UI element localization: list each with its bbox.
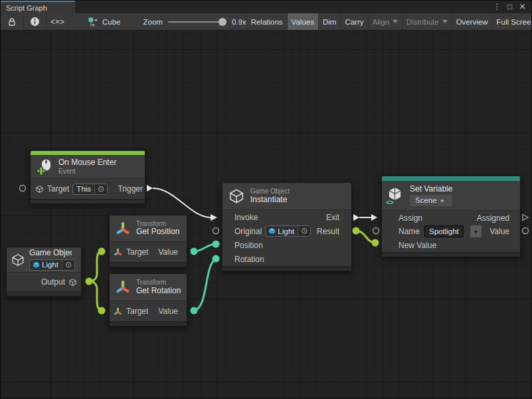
zoom-slider[interactable] (168, 21, 226, 23)
port-label-value: Value (489, 227, 509, 236)
node-get-rotation[interactable]: Transform Get Rotation Target Value (109, 273, 187, 327)
port-label-assign: Assign (399, 213, 422, 223)
chevron-down-icon (442, 20, 448, 23)
node-footer (31, 199, 145, 203)
node-title: Instantiate (250, 196, 290, 205)
object-picker-icon[interactable]: ⊙ (94, 184, 107, 194)
mouse-enter-icon (36, 158, 53, 176)
info-icon (30, 17, 40, 27)
port-label-new-value: New Value (399, 241, 436, 250)
script-graph-window: Script Graph ⋮ □ ✕ <×> Cube Zoom (0, 0, 532, 399)
variable-scope-dropdown[interactable]: Scene ▾ (410, 195, 452, 206)
inspect-button[interactable] (23, 13, 46, 30)
node-title: Game Object (29, 249, 72, 258)
node-set-variable[interactable]: <> Set Variable Scene ▾ Assign Assigned … (381, 176, 521, 257)
chevron-down-icon: ▾ (474, 228, 478, 235)
toolbar: <×> Cube Zoom 0.9x Relations Values Dim … (1, 13, 531, 31)
button-full-screen[interactable]: Full Screen (492, 13, 532, 30)
zoom-value: 0.9x (232, 18, 246, 26)
toggle-values[interactable]: Values (287, 13, 318, 30)
game-object-icon (35, 185, 44, 194)
node-footer (222, 266, 351, 271)
code-view-button[interactable]: <×> (46, 13, 68, 30)
toolbar-toggles: Relations Values Dim Carry Align Distrib… (246, 13, 532, 30)
window-menu-icon[interactable]: ⋮ (492, 1, 502, 13)
port-label-target: Target (47, 184, 69, 194)
transform-icon (115, 221, 131, 237)
game-object-blue-icon (268, 227, 276, 235)
chevron-down-icon (393, 20, 398, 23)
transform-icon (114, 248, 122, 257)
port-label-value: Value (158, 307, 178, 316)
node-instantiate[interactable]: Game Object Instantiate Invoke Exit Orig… (222, 182, 352, 271)
port-label-assigned: Assigned (477, 213, 509, 223)
window-maximize-icon[interactable]: □ (505, 1, 515, 13)
node-category: Transform (136, 279, 181, 287)
titlebar: Script Graph ⋮ □ ✕ (1, 1, 531, 13)
transform-icon (114, 307, 122, 316)
node-get-position[interactable]: Transform Get Position Target Value (109, 215, 187, 267)
tab-title: Script Graph (6, 4, 47, 12)
port-label-exit: Exit (326, 213, 339, 222)
zoom-control: Zoom 0.9x (143, 18, 246, 26)
chevron-down-icon: ▾ (441, 198, 444, 204)
node-category: Game Object (250, 188, 290, 196)
zoom-label: Zoom (143, 18, 163, 26)
port-label-name: Name (399, 227, 420, 236)
node-title: Get Position (136, 227, 179, 237)
node-footer (110, 262, 187, 267)
node-game-object-literal[interactable]: Game Object Light ⊙ Output (6, 247, 82, 297)
graph-name: Cube (102, 18, 121, 26)
port-label-invoke: Invoke (234, 213, 258, 222)
menu-align: Align (368, 13, 402, 30)
lock-button[interactable] (1, 13, 23, 30)
lock-icon (7, 17, 17, 27)
toggle-dim[interactable]: Dim (318, 13, 340, 30)
button-overview[interactable]: Overview (452, 13, 492, 30)
object-picker-icon[interactable]: ⊙ (298, 226, 310, 236)
code-view-icon: <×> (50, 17, 64, 27)
toggle-carry[interactable]: Carry (340, 13, 367, 30)
window-close-icon[interactable]: ✕ (517, 1, 527, 13)
node-footer (382, 252, 520, 257)
node-title: Set Variable (410, 185, 452, 194)
game-object-value-chip[interactable]: Light ⊙ (29, 259, 75, 271)
variable-name-field[interactable]: Spotlight (424, 225, 464, 237)
port-label-rotation: Rotation (234, 255, 264, 264)
port-label-original: Original (234, 227, 262, 236)
target-value-chip[interactable]: This ⊙ (72, 184, 108, 195)
node-footer (110, 321, 187, 326)
port-label-position: Position (234, 241, 263, 250)
variable-brackets-icon: <> (386, 198, 393, 206)
node-footer (7, 291, 81, 296)
node-title: On Mouse Enter (58, 158, 116, 168)
node-subtitle: Event (58, 168, 116, 176)
window-controls: ⋮ □ ✕ (492, 1, 531, 13)
game-object-icon (228, 188, 245, 205)
menu-distribute: Distribute (402, 13, 452, 30)
node-on-mouse-enter[interactable]: On Mouse Enter Event Target This ⊙ Trigg… (30, 150, 145, 204)
node-category: Transform (136, 220, 179, 228)
variable-name-dropdown[interactable]: ▾ (470, 225, 482, 237)
game-object-blue-icon (33, 261, 40, 269)
game-object-icon (68, 278, 77, 287)
port-label-target: Target (126, 307, 148, 316)
toggle-relations[interactable]: Relations (246, 13, 287, 30)
script-graph-icon (88, 17, 98, 27)
object-picker-icon[interactable]: ⊙ (62, 260, 74, 270)
port-label-output: Output (41, 277, 65, 287)
zoom-slider-handle[interactable] (219, 18, 226, 26)
tab-script-graph[interactable]: Script Graph (1, 1, 75, 13)
game-object-icon (11, 253, 25, 267)
port-label-value: Value (158, 247, 178, 257)
variable-accent-bar (382, 176, 520, 181)
node-title: Get Rotation (136, 287, 181, 296)
port-label-result: Result (317, 227, 339, 236)
port-label-trigger: Trigger (118, 184, 143, 194)
port-label-target: Target (126, 247, 148, 257)
graph-breadcrumb: Cube (88, 17, 121, 27)
transform-icon (115, 279, 131, 295)
original-value-chip[interactable]: Light ⊙ (265, 225, 311, 237)
